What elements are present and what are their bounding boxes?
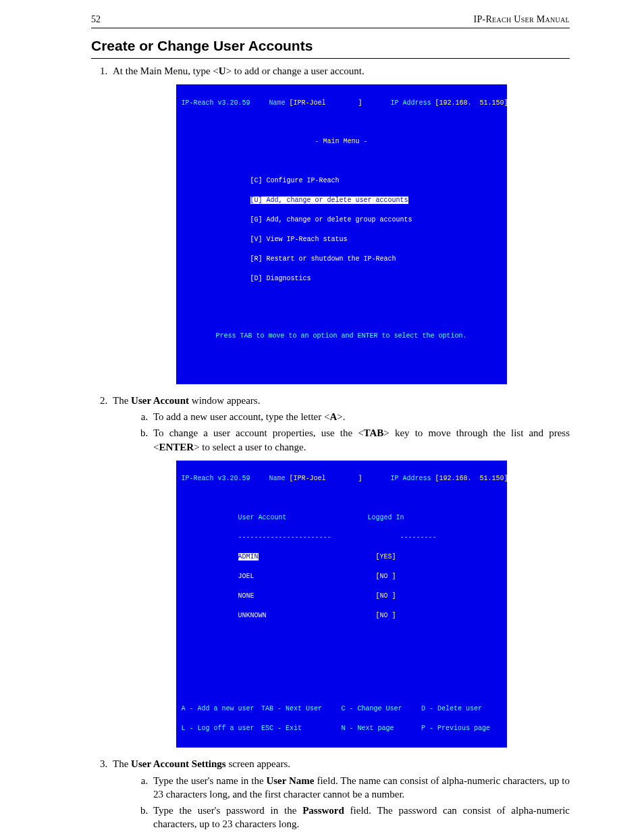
bold: User Account [131, 395, 189, 406]
substeps: To add a new user account, type the lett… [113, 410, 570, 454]
term-footer: Press TAB to move to an option and ENTER… [182, 332, 502, 342]
label: IP Address [391, 99, 431, 107]
step-2b: To change a user account properties, use… [151, 426, 570, 454]
term-version: IP-Reach v3.20.59 [182, 474, 269, 484]
user-row: NONE [238, 592, 254, 600]
step-3: The User Account Settings screen appears… [110, 757, 570, 834]
terminal-main-menu: IP-Reach v3.20.59Name [IPR-Joel ]IP Addr… [176, 84, 507, 384]
status: [YES] [376, 553, 396, 561]
menu-item-selected: [U] Add, change or delete user accounts [250, 197, 408, 204]
key-tab: TAB [364, 427, 384, 438]
step-2a: To add a new user account, type the lett… [151, 410, 570, 423]
page-header: 52 IP-Reach User Manual [91, 14, 570, 28]
menu-item: [C] Configure IP-Reach [250, 177, 340, 184]
bold: User Account Settings [131, 758, 226, 769]
term-version: IP-Reach v3.20.59 [182, 99, 269, 109]
menu-title: - Main Menu - [182, 137, 502, 147]
step-2: The User Account window appears. To add … [110, 394, 570, 748]
rule: ----------------------- --------- [182, 533, 502, 543]
text: The [113, 395, 131, 406]
user-row-selected: ADMIN [238, 553, 259, 561]
menu-item: [D] Diagnostics [250, 275, 311, 282]
col-header: Logged In [368, 514, 404, 521]
user-row: JOEL [238, 573, 254, 580]
step-1: At the Main Menu, type <U> to add or cha… [110, 64, 570, 384]
field-password: Password [302, 805, 344, 816]
term-footer-row: L - Log off a userESC - ExitN - Next pag… [182, 724, 502, 734]
section-heading: Create or Change User Accounts [91, 36, 570, 59]
doc-title: IP-Reach User Manual [473, 14, 570, 26]
step-3b: Type the user's password in the Password… [151, 804, 570, 831]
term-footer-row: A - Add a new userTAB - Next UserC - Cha… [182, 704, 502, 714]
menu-item: [V] View IP-Reach status [250, 236, 348, 243]
step-list: At the Main Menu, type <U> to add or cha… [91, 64, 570, 834]
page-number: 52 [91, 14, 101, 26]
terminal-user-account: IP-Reach v3.20.59Name [IPR-Joel ]IP Addr… [176, 461, 507, 748]
field-user-name: User Name [266, 775, 314, 786]
ip-value: [192.168. 51.150] [435, 99, 508, 107]
text: At the Main Menu, type < [113, 66, 219, 76]
name-value: [IPR-Joel ] [290, 99, 363, 107]
text: window appears. [189, 395, 260, 406]
label: Name [269, 99, 286, 107]
user-row: UNKNOWN [238, 612, 267, 619]
col-header: User Account [238, 514, 287, 521]
key-a: A [329, 411, 337, 422]
status: [NO ] [376, 592, 396, 600]
key-enter: ENTER [159, 442, 194, 452]
menu-item: [R] Restart or shutdown the IP-Reach [250, 255, 396, 263]
key-u: U [219, 66, 226, 76]
menu-item: [G] Add, change or delete group accounts [250, 216, 412, 224]
text: > to add or change a user account. [226, 66, 365, 76]
step-3a: Type the user's name in the User Name fi… [151, 774, 570, 802]
status: [NO ] [376, 573, 396, 580]
status: [NO ] [376, 612, 396, 619]
substeps: Type the user's name in the User Name fi… [113, 774, 570, 834]
